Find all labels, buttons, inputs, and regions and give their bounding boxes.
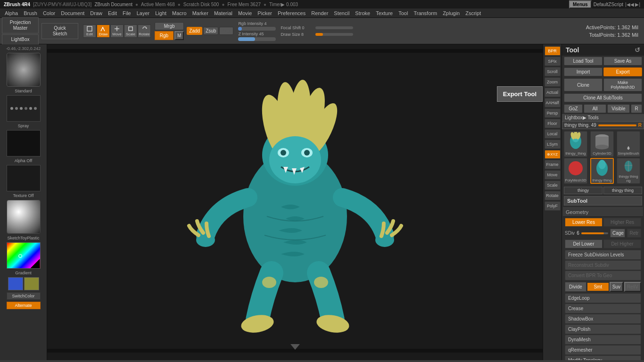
lightbox-tools-toggle[interactable]: Lightbox▶ Tools [562,114,644,121]
reliv-button[interactable]: ReliV [624,282,641,292]
rgb-intensity-slider[interactable] [238,27,276,31]
mrgb-button[interactable]: Mrgb [155,22,184,30]
menu-edit[interactable]: Edit [105,10,120,16]
alpha-preview[interactable] [7,130,41,156]
tool-thumb-thingy2[interactable]: thingy thing [590,158,614,184]
projection-master-button[interactable]: ProjectionMaster [2,17,39,33]
clone-all-subtools-button[interactable]: Clone All SubTools [564,93,642,102]
material-preview[interactable] [7,200,41,234]
claypolish-button[interactable]: ClayPolish [565,324,641,334]
menu-tool[interactable]: Tool [396,10,411,16]
menu-draw[interactable]: Draw [87,10,105,16]
higher-res-button[interactable]: Higher Res [603,218,641,227]
reconstruct-subdiv-button[interactable]: Reconstruct Subdiv [565,260,641,270]
crease-button[interactable]: Crease [565,304,641,313]
subtool-toggle[interactable]: SubTool [564,197,642,205]
background-color[interactable] [24,277,39,290]
color-picker[interactable] [7,242,41,269]
alternate-button[interactable]: Alternate [7,302,41,309]
menu-color[interactable]: Color [40,10,58,16]
rgb-button[interactable]: Rgb [155,31,173,40]
tool-thumb-simplebrush[interactable]: SimpleBrush [617,131,640,157]
qremesher-button[interactable]: qRemesher [565,345,641,355]
dynamesh-button[interactable]: DynaMesh [565,335,641,345]
sdiv-slider[interactable] [581,232,608,234]
menu-marker[interactable]: Marker [190,10,211,16]
persp-button[interactable]: Persp [545,108,561,118]
draw-button[interactable]: Draw [97,25,110,38]
save-as-button[interactable]: Save As [603,57,642,66]
shadowbox-button[interactable]: ShadowBox [565,314,641,324]
make-polymesh3d-button[interactable]: Make PolyMesh3D [603,78,642,91]
zsub-button[interactable]: Zsub [203,27,218,35]
menus-button[interactable]: Menus [569,0,592,8]
switch-color-button[interactable]: SwitchColor [7,292,41,300]
scale-button[interactable]: Scale [124,25,137,38]
quick-sketch-button[interactable]: QuickSketch [41,23,78,39]
convert-bpr-button[interactable]: Convert BPR To Geo [565,271,641,280]
focal-shift-slider[interactable] [315,26,353,29]
zadd-button[interactable]: Zadd [187,27,202,35]
menu-texture[interactable]: Texture [373,10,396,16]
menu-file[interactable]: File [120,10,134,16]
menu-material[interactable]: Material [211,10,235,16]
import-button[interactable]: Import [564,67,603,76]
export-button[interactable]: Export [603,67,642,76]
spix-button[interactable]: SPix [545,57,561,66]
goz-button[interactable]: GoZ [564,104,583,113]
r-button[interactable]: R [631,104,642,113]
thingy-slider[interactable] [598,124,636,126]
lightbox-button[interactable]: LightBox [2,34,39,45]
tool-thumb-cylinder[interactable]: Cylinder3D [590,131,614,157]
refresh-icon[interactable]: ↺ [635,46,640,54]
aahalf-button[interactable]: AAHalf [545,98,561,107]
actual-button[interactable]: Actual [545,88,561,97]
bpr-button[interactable]: BPR [545,46,561,56]
polyf-button[interactable]: PolyF [545,201,561,211]
tool-thumb-thingy-rig[interactable]: thingy thing rig [617,158,640,184]
visible-button[interactable]: Visible [607,104,630,113]
retr-button[interactable]: Retr [627,229,641,238]
foreground-color[interactable] [8,277,23,290]
load-tool-button[interactable]: Load Tool [564,57,603,66]
rotate-button[interactable]: Rotate [138,25,151,38]
menu-stroke[interactable]: Stroke [352,10,373,16]
zoom-button[interactable]: Zoom [545,77,561,87]
divide-button[interactable]: Divide [565,282,586,292]
floor-button[interactable]: Floor [545,119,561,128]
all-button[interactable]: All [584,104,606,113]
rotate-viewport-button[interactable]: Rotate [545,191,561,200]
m-button[interactable]: M [174,31,184,40]
lower-res-button[interactable]: Lower Res [565,218,603,227]
local-button[interactable]: Local [545,129,561,139]
edgeloop-button[interactable]: EdgeLoop [565,293,641,303]
cage-button[interactable]: Cage [610,229,625,238]
menu-macro[interactable]: Macro [169,10,190,16]
move-button[interactable]: Move [110,25,124,38]
tool-thumb-polymesh[interactable]: PolyMesh3D [564,158,587,184]
freeze-subdiv-button[interactable]: Freeze SubDivision Levels [565,250,641,260]
scroll-button[interactable]: Scroll [545,67,561,76]
smt-slider[interactable]: Smt [587,283,609,291]
menu-layer[interactable]: Layer [134,10,153,16]
menu-light[interactable]: Light [152,10,169,16]
z-intensity-slider[interactable] [238,37,276,41]
menu-stencil[interactable]: Stencil [331,10,352,16]
menu-zplugin[interactable]: Zplugin [440,10,462,16]
brush-preview[interactable] [7,53,41,87]
menu-document[interactable]: Document [58,10,87,16]
thingy-item-2[interactable]: thingy thing [603,187,642,194]
texture-preview[interactable] [7,165,41,191]
menu-zscript[interactable]: Zscript [462,10,484,16]
menu-picker[interactable]: Picker [255,10,275,16]
frame-button[interactable]: Frame [545,160,561,169]
menu-preferences[interactable]: Preferences [275,10,308,16]
del-higher-button[interactable]: Del Higher [603,239,641,248]
tool-thumb-thingy[interactable]: thingy_thing [564,131,587,157]
geometry-toggle[interactable]: Geometry [563,207,643,217]
canvas-area[interactable] [47,44,543,360]
menu-transform[interactable]: Transform [411,10,440,16]
menu-render[interactable]: Render [308,10,331,16]
xyz-button[interactable]: ⊕XYZ [545,150,561,159]
thingy-item-1[interactable]: thingy [564,187,603,194]
